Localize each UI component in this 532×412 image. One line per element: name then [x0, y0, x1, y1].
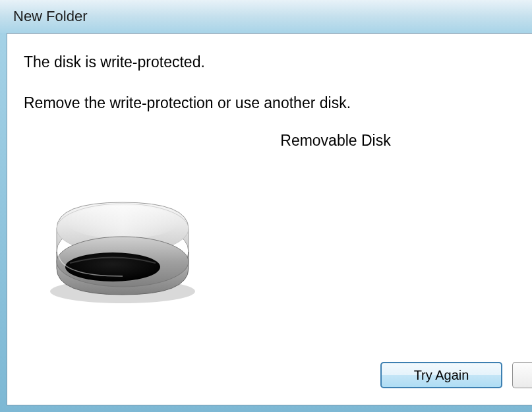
error-message-primary: The disk is write-protected.: [24, 53, 516, 71]
removable-disk-icon: [37, 189, 516, 310]
title-bar: New Folder: [0, 0, 532, 33]
error-message-secondary: Remove the write-protection or use anoth…: [24, 94, 516, 112]
button-row: Try Again: [380, 362, 532, 388]
dialog-title: New Folder: [13, 8, 87, 25]
disk-name-label: Removable Disk: [156, 132, 516, 150]
try-again-button[interactable]: Try Again: [380, 362, 502, 388]
dialog-body: The disk is write-protected. Remove the …: [7, 33, 532, 405]
secondary-button-partial[interactable]: [512, 362, 532, 388]
svg-point-2: [67, 206, 179, 239]
